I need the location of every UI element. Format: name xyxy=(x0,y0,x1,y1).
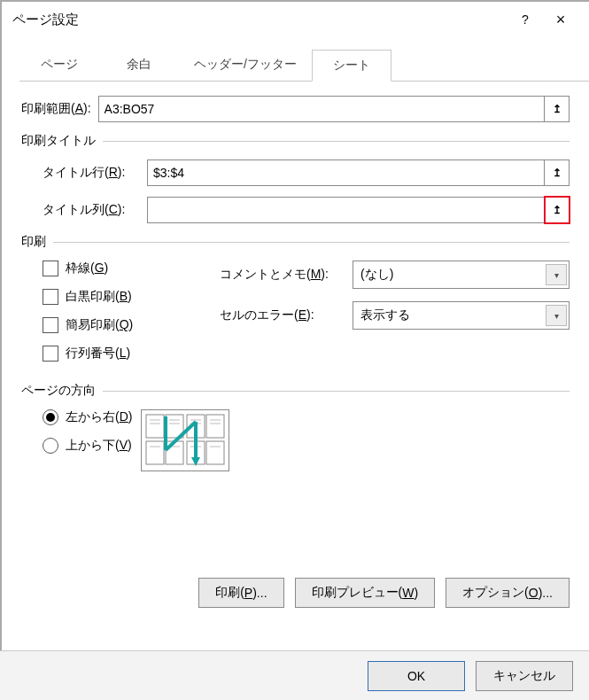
bw-label: 白黒印刷(B) xyxy=(66,289,132,305)
svg-rect-4 xyxy=(146,441,164,464)
divider xyxy=(103,391,570,392)
svg-rect-7 xyxy=(206,441,224,464)
ttb-label: 上から下(V) xyxy=(66,438,132,454)
print-preview-button[interactable]: 印刷プレビュー(W) xyxy=(295,578,436,608)
dialog-title: ページ設定 xyxy=(12,12,508,28)
print-button[interactable]: 印刷(P)... xyxy=(198,578,283,608)
title-cols-input[interactable] xyxy=(147,197,545,223)
help-icon: ? xyxy=(522,12,529,27)
page-order-illustration xyxy=(141,409,229,471)
title-cols-label: タイトル列(C): xyxy=(43,202,140,218)
chevron-down-icon: ▾ xyxy=(546,305,567,326)
comments-value: (なし) xyxy=(360,267,393,283)
draft-checkbox[interactable]: 簡易印刷(Q) xyxy=(43,317,220,333)
title-rows-label: タイトル行(R): xyxy=(43,165,140,181)
checkbox-box xyxy=(43,346,58,362)
title-cols-collapse-button[interactable]: ↥ xyxy=(545,197,570,223)
close-icon: × xyxy=(556,11,566,29)
print-titles-group: 印刷タイトル xyxy=(21,133,570,149)
sheet-tab-content: 印刷範囲(A): ↥ 印刷タイトル タイトル行(R): ↥ xyxy=(2,82,589,608)
page-order-group-label: ページの方向 xyxy=(21,383,96,399)
radio-dot xyxy=(46,413,55,422)
title-rows-input[interactable] xyxy=(147,159,545,186)
tab-header-footer[interactable]: ヘッダー/フッター xyxy=(179,50,312,81)
errors-select[interactable]: 表示する ▾ xyxy=(353,301,570,330)
print-area-collapse-button[interactable]: ↥ xyxy=(545,96,570,122)
order-left-to-right-radio[interactable]: 左から右(D) xyxy=(43,409,132,425)
svg-rect-3 xyxy=(206,415,224,438)
tabstrip: ページ 余白 ヘッダー/フッター シート xyxy=(19,50,589,82)
bw-checkbox[interactable]: 白黒印刷(B) xyxy=(43,289,220,305)
ltr-label: 左から右(D) xyxy=(66,409,132,425)
titlebar: ページ設定 ? × xyxy=(2,2,589,37)
collapse-icon: ↥ xyxy=(553,167,562,178)
cancel-button[interactable]: キャンセル xyxy=(476,661,573,691)
comments-label: コメントとメモ(M): xyxy=(220,267,353,283)
divider xyxy=(53,242,570,243)
svg-rect-0 xyxy=(146,415,164,438)
tab-sheet[interactable]: シート xyxy=(312,50,391,82)
checkbox-box xyxy=(43,261,58,276)
print-group-label: 印刷 xyxy=(21,234,46,250)
radio-circle xyxy=(43,438,58,454)
action-buttons: 印刷(P)... 印刷プレビュー(W) オプション(O)... xyxy=(21,578,570,608)
divider xyxy=(103,141,570,142)
print-area-row: 印刷範囲(A): ↥ xyxy=(21,96,570,122)
dialog-footer: OK キャンセル xyxy=(1,650,589,700)
help-button[interactable]: ? xyxy=(508,7,543,32)
tab-page[interactable]: ページ xyxy=(19,50,99,81)
tab-margins[interactable]: 余白 xyxy=(99,50,179,81)
errors-label: セルのエラー(E): xyxy=(220,307,353,323)
print-group: 印刷 xyxy=(21,234,570,250)
title-rows-collapse-button[interactable]: ↥ xyxy=(545,159,570,186)
svg-rect-5 xyxy=(166,441,183,464)
comments-select[interactable]: (なし) ▾ xyxy=(353,261,570,289)
collapse-icon: ↥ xyxy=(553,104,562,114)
collapse-icon: ↥ xyxy=(553,205,562,215)
print-area-label: 印刷範囲(A): xyxy=(21,101,91,117)
gridlines-label: 枠線(G) xyxy=(66,261,108,276)
title-rows-row: タイトル行(R): ↥ xyxy=(43,159,570,186)
rowcol-checkbox[interactable]: 行列番号(L) xyxy=(43,346,220,362)
gridlines-checkbox[interactable]: 枠線(G) xyxy=(43,261,220,276)
radio-circle xyxy=(43,409,58,425)
chevron-down-icon: ▾ xyxy=(546,264,567,285)
options-button[interactable]: オプション(O)... xyxy=(446,578,570,608)
checkbox-box xyxy=(43,289,58,305)
print-titles-group-label: 印刷タイトル xyxy=(21,133,96,149)
ok-button[interactable]: OK xyxy=(368,661,465,691)
draft-label: 簡易印刷(Q) xyxy=(66,317,133,333)
errors-value: 表示する xyxy=(360,307,410,323)
checkbox-box xyxy=(43,317,58,333)
title-cols-row: タイトル列(C): ↥ xyxy=(43,197,570,223)
rowcol-label: 行列番号(L) xyxy=(66,346,130,362)
order-top-to-bottom-radio[interactable]: 上から下(V) xyxy=(43,438,132,454)
page-order-group: ページの方向 xyxy=(21,383,570,399)
close-button[interactable]: × xyxy=(543,7,578,32)
print-area-input[interactable] xyxy=(98,96,545,122)
